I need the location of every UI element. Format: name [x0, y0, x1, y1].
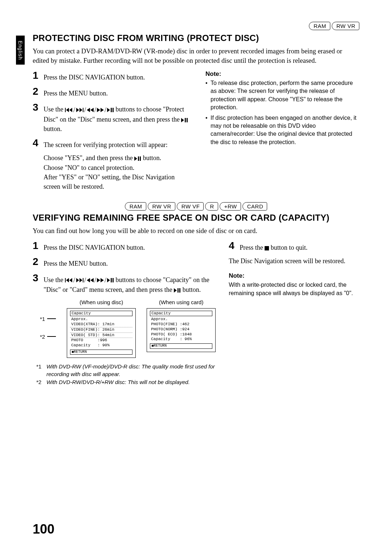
- step-text-pre: Use the: [44, 106, 65, 113]
- step-2: 2 Press the MENU button.: [33, 257, 216, 268]
- next-track-icon: [76, 278, 83, 282]
- step-number: 1: [33, 70, 41, 81]
- shot-line: VIDEO( STD): 54min: [70, 333, 132, 338]
- page-number: 100: [33, 522, 54, 537]
- shot-title: Capacity: [150, 311, 212, 317]
- shot-line: PHOTO :996: [70, 338, 132, 343]
- step-text: Press the MENU button.: [44, 86, 108, 98]
- step-number: 4: [33, 138, 41, 148]
- step-text: Use the //// buttons to choose "Capacity…: [44, 273, 216, 295]
- step-text-pre: Use the: [44, 276, 65, 283]
- shot-line: VIDEO(XTRA): 17min: [70, 322, 132, 327]
- svg-rect-1: [265, 246, 269, 250]
- section2-title: VERIFYING REMAINING FREE SPACE ON DISC O…: [33, 213, 359, 223]
- step-number: 3: [33, 102, 41, 113]
- rewind-icon: [87, 108, 94, 112]
- step-text: The screen for verifying protection will…: [44, 138, 192, 191]
- shot-line: Approx.: [150, 317, 212, 322]
- step-1: 1 Press the DISC NAVIGATION button.: [33, 241, 216, 252]
- step-text: Press the DISC NAVIGATION button.: [44, 70, 145, 82]
- step-text-main: The screen for verifying protection will…: [44, 141, 168, 148]
- step-1: 1 Press the DISC NAVIGATION button.: [33, 70, 192, 82]
- prev-track-icon: [65, 108, 73, 112]
- language-tab: English: [16, 36, 25, 65]
- callout-column: *1 *2: [40, 299, 56, 340]
- shot-line: Capacity : 96%: [150, 337, 212, 342]
- footnote-tag: *2: [36, 379, 44, 386]
- note-text: With a write-protected disc or locked ca…: [229, 281, 359, 297]
- footnotes: *1With DVD-RW (VF-mode)/DVD-R disc: The …: [36, 363, 216, 386]
- shot-box-card: Capacity Approx. PHOTO(FINE) :462 PHOTO(…: [147, 308, 216, 352]
- screenshot-disc: (When using disc) Capacity Approx. VIDEO…: [67, 299, 136, 358]
- section1-intro: You can protect a DVD-RAM/DVD-RW (VR-mod…: [33, 47, 359, 65]
- step-text: Press the button to quit.: [240, 241, 307, 252]
- section2-after: The Disc Navigation screen will be resto…: [229, 257, 359, 266]
- prev-track-icon: [65, 278, 73, 282]
- screenshot-row: *1 *2 (When using disc) Capacity Approx.…: [40, 299, 216, 358]
- section2-intro: You can find out how long you will be ab…: [33, 227, 359, 236]
- shot-line: Capacity : 90%: [70, 343, 132, 348]
- section1-title: PROTECTING DISC FROM WRITING (PROTECT DI…: [33, 33, 359, 43]
- play-pause-icon: [174, 288, 181, 293]
- step-number: 4: [229, 241, 237, 251]
- shot-line: PHOTO(NORM) :924: [150, 327, 212, 332]
- nav-buttons-icon-group: ////: [65, 276, 114, 285]
- step-3: 3 Use the //// buttons to choose "Capaci…: [33, 273, 216, 295]
- play-pause-icon: [181, 118, 188, 122]
- play-pause-icon: [134, 156, 141, 161]
- step-text-post: button.: [44, 125, 62, 132]
- step-sub-pre: Choose "YES", and then press the: [44, 154, 134, 162]
- section2-badges: RAM RW VR RW VF R +RW CARD: [33, 202, 359, 211]
- callout-1: *1: [40, 316, 45, 322]
- step-text-pre: Press the: [240, 244, 265, 251]
- shot-line: PHOTO( ECO) :1848: [150, 332, 212, 337]
- fast-forward-icon: [97, 108, 104, 112]
- badge-rwvr: RW VR: [148, 202, 175, 211]
- footnote-text: With DVD-RW (VF-mode)/DVD-R disc: The qu…: [46, 363, 216, 378]
- note-list: To release disc protection, perform the …: [205, 79, 359, 146]
- nav-buttons-icon-group: ////: [65, 105, 114, 115]
- step-number: 2: [33, 86, 41, 97]
- note-item: If disc protection has been engaged on a…: [205, 114, 359, 147]
- step-4: 4 Press the button to quit.: [229, 241, 359, 252]
- play-pause-icon: [107, 278, 114, 282]
- shot-box-disc: Capacity Approx. VIDEO(XTRA): 17min VIDE…: [67, 308, 136, 358]
- fast-forward-icon: [97, 278, 104, 282]
- shot-line: Approx.: [70, 317, 132, 322]
- step-text-post: button.: [183, 286, 201, 293]
- stop-icon: [265, 246, 269, 250]
- step-number: 3: [33, 273, 41, 283]
- step-number: 1: [33, 241, 41, 251]
- badge-rwvf: RW VF: [177, 202, 204, 211]
- step-text: Use the //// buttons to choose "Protect …: [44, 102, 192, 134]
- badge-card: CARD: [242, 202, 268, 211]
- shot-return: ◼RETURN: [70, 350, 132, 355]
- step-number: 2: [33, 257, 41, 267]
- badge-ram: RAM: [309, 22, 330, 30]
- shot-label-disc: (When using disc): [79, 299, 123, 305]
- step-text: Press the MENU button.: [44, 257, 108, 268]
- badge-plus-rw: +RW: [220, 202, 241, 211]
- note-item: To release disc protection, perform the …: [205, 79, 359, 112]
- footnote-text: With DVD-RW/DVD-R/+RW disc: This will no…: [46, 379, 190, 386]
- shot-title: Capacity: [70, 311, 132, 317]
- shot-line: VIDEO(FINE): 26min: [70, 327, 132, 333]
- step-3: 3 Use the //// buttons to choose "Protec…: [33, 102, 192, 134]
- shot-line: PHOTO(FINE) :462: [150, 322, 212, 327]
- step-2: 2 Press the MENU button.: [33, 86, 192, 98]
- next-track-icon: [76, 108, 83, 112]
- step-text: Press the DISC NAVIGATION button.: [44, 241, 145, 252]
- badge-r: R: [205, 202, 218, 211]
- shot-return: ◼RETURN: [150, 343, 212, 349]
- note-label: Note:: [229, 272, 359, 279]
- rewind-icon: [87, 278, 94, 282]
- step-text-post: button to quit.: [271, 244, 308, 251]
- screenshot-card: (When using card) Capacity Approx. PHOTO…: [147, 299, 216, 352]
- shot-label-card: (When using card): [159, 299, 204, 305]
- step-4: 4 The screen for verifying protection wi…: [33, 138, 192, 191]
- play-pause-icon: [107, 108, 114, 112]
- section1-badges: RAM RW VR: [33, 22, 359, 30]
- callout-2: *2: [40, 334, 45, 340]
- badge-ram: RAM: [125, 202, 146, 211]
- footnote-tag: *1: [36, 363, 44, 378]
